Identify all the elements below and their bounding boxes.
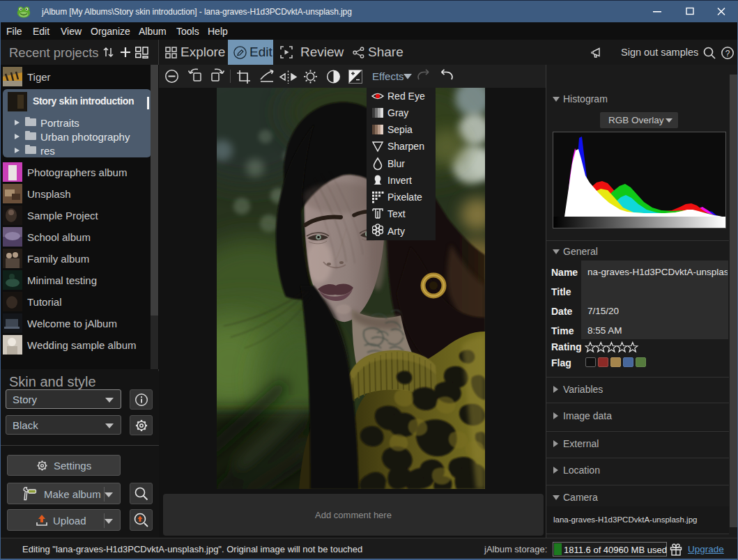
svg-text:?: ? <box>725 49 730 59</box>
svg-text:Effects: Effects <box>372 70 404 82</box>
